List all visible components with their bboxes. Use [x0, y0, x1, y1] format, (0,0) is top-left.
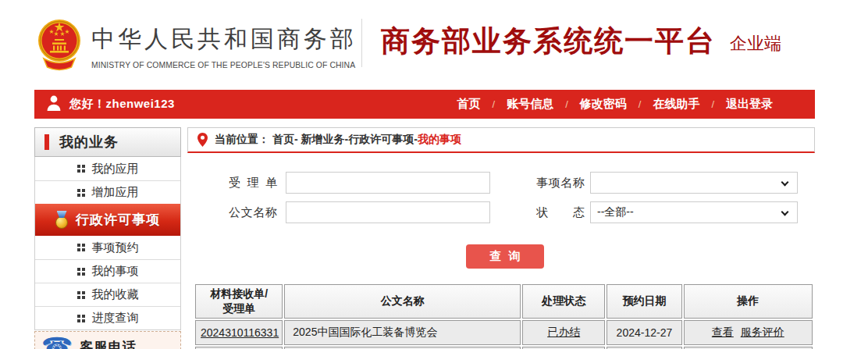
edition-label: 企业端 — [730, 32, 781, 58]
top-navbar: 您好！zhenwei123 首页 / 账号信息 / 修改密码 / 在线助手 / … — [34, 90, 815, 119]
sidebar-item-label: 进度查询 — [92, 311, 139, 326]
ministry-name-en: MINISTRY OF COMMERCE OF THE PEOPLE'S REP… — [91, 61, 357, 69]
view-link[interactable]: 查看 — [712, 326, 734, 338]
grid-icon — [77, 268, 85, 276]
user-greeting: 您好！zhenwei123 — [69, 97, 175, 112]
chevron-down-icon — [781, 179, 789, 187]
sidebar-title: 我的业务 — [59, 133, 119, 151]
col-actions: 操作 — [684, 284, 813, 319]
status-link[interactable]: 已办结 — [547, 326, 580, 338]
actions-cell: 查看 服务评价 — [684, 320, 813, 345]
breadcrumb-label: 当前位置： — [215, 133, 269, 147]
receipt-no-cell: 2024310116331 — [195, 320, 283, 345]
nav-item-online-assistant[interactable]: 在线助手 — [642, 97, 710, 112]
sidebar-item-label: 行政许可事项 — [76, 211, 160, 229]
sidebar-header: 我的业务 — [34, 127, 181, 157]
service-phone-section: ☎ 客服电话 — [34, 331, 181, 349]
platform-title: 商务部业务系统统一平台 — [381, 26, 716, 58]
grid-icon — [77, 291, 85, 299]
date-cell: 2024-12-27 — [607, 320, 681, 345]
search-button[interactable]: 查询 — [466, 244, 544, 269]
sidebar-item-label: 我的应用 — [92, 162, 139, 176]
doc-name-cell: 2025中国国际化工装备博览会 — [284, 320, 521, 345]
table-header-row: 材料接收单/ 受理单 公文名称 处理状态 预约日期 操作 — [195, 284, 813, 319]
nav-item-change-password[interactable]: 修改密码 — [569, 97, 638, 112]
sidebar: 我的业务 我的应用 增加应用 行政许可事项 — [34, 127, 181, 349]
china-national-emblem-icon — [37, 17, 81, 75]
status-select[interactable]: --全部-- — [590, 201, 798, 223]
grid-icon — [77, 165, 85, 173]
ministry-name-cn: 中华人民共和国商务部 — [91, 23, 357, 55]
status-cell: 已办结 — [522, 320, 605, 345]
sidebar-menu: 我的应用 增加应用 行政许可事项 事项预约 — [34, 157, 181, 330]
breadcrumb-current: 我的事项 — [418, 133, 461, 147]
header-divider — [361, 19, 362, 67]
sidebar-item-label: 增加应用 — [92, 185, 139, 200]
nav-item-account-info[interactable]: 账号信息 — [496, 97, 564, 112]
sidebar-item-label: 我的事项 — [92, 264, 139, 279]
col-doc-name: 公文名称 — [284, 284, 521, 319]
medal-icon — [55, 211, 68, 229]
sidebar-item-my-matters[interactable]: 我的事项 — [35, 259, 180, 283]
accept-no-label: 受理单 — [229, 176, 277, 191]
col-status: 处理状态 — [522, 284, 605, 319]
sidebar-item-matter-appointment[interactable]: 事项预约 — [35, 236, 180, 259]
col-receipt-no: 材料接收单/ 受理单 — [195, 284, 283, 319]
ministry-logo-block: 中华人民共和国商务部 MINISTRY OF COMMERCE OF THE P… — [37, 17, 357, 75]
breadcrumb: 当前位置： 首页- 新增业务-行政许可事项- 我的事项 — [187, 127, 815, 153]
col-date: 预约日期 — [607, 284, 681, 319]
phone-icon: ☎ — [41, 334, 73, 349]
doc-name-label: 公文名称 — [229, 205, 277, 220]
chevron-down-icon — [781, 208, 789, 216]
user-icon — [45, 94, 62, 114]
breadcrumb-path: 首页- 新增业务-行政许可事项- — [272, 133, 418, 147]
receipt-no-link[interactable]: 2024310116331 — [201, 326, 279, 339]
status-select-value: --全部-- — [597, 205, 634, 219]
item-name-label: 事项名称 — [536, 176, 585, 191]
grid-icon — [77, 244, 85, 251]
red-marker — [44, 134, 49, 150]
search-form: 受理单 事项名称 公文名称 状态 --全部-- — [187, 172, 815, 269]
main-content: 当前位置： 首页- 新增业务-行政许可事项- 我的事项 受理单 事项名称 公文名… — [187, 127, 815, 349]
service-phone-label: 客服电话 — [80, 338, 137, 349]
sidebar-item-progress-query[interactable]: 进度查询 — [35, 306, 180, 329]
location-pin-icon — [197, 133, 208, 147]
grid-icon — [77, 315, 85, 322]
results-table: 材料接收单/ 受理单 公文名称 处理状态 预约日期 操作 20243101163… — [194, 283, 814, 349]
sidebar-item-my-apps[interactable]: 我的应用 — [35, 157, 180, 180]
nav-item-logout[interactable]: 退出登录 — [715, 97, 784, 112]
sidebar-item-my-favorites[interactable]: 我的收藏 — [35, 283, 180, 306]
sidebar-item-admin-license-matters[interactable]: 行政许可事项 — [35, 204, 180, 236]
sidebar-item-label: 事项预约 — [92, 240, 139, 255]
grid-icon — [77, 189, 85, 197]
nav-menu: 首页 / 账号信息 / 修改密码 / 在线助手 / 退出登录 — [446, 97, 784, 112]
nav-item-home[interactable]: 首页 — [446, 97, 492, 112]
item-name-select[interactable] — [590, 172, 798, 194]
page-container: 中华人民共和国商务部 MINISTRY OF COMMERCE OF THE P… — [34, 0, 815, 349]
service-eval-link[interactable]: 服务评价 — [741, 326, 784, 338]
accept-no-input[interactable] — [286, 172, 490, 194]
sidebar-item-label: 我的收藏 — [92, 287, 139, 302]
doc-name-input[interactable] — [286, 201, 490, 223]
table-row: 2024310116331 2025中国国际化工装备博览会 已办结 2024-1… — [195, 320, 813, 345]
status-label: 状态 — [536, 205, 585, 220]
sidebar-item-add-apps[interactable]: 增加应用 — [35, 180, 180, 204]
site-header: 中华人民共和国商务部 MINISTRY OF COMMERCE OF THE P… — [34, 0, 815, 90]
